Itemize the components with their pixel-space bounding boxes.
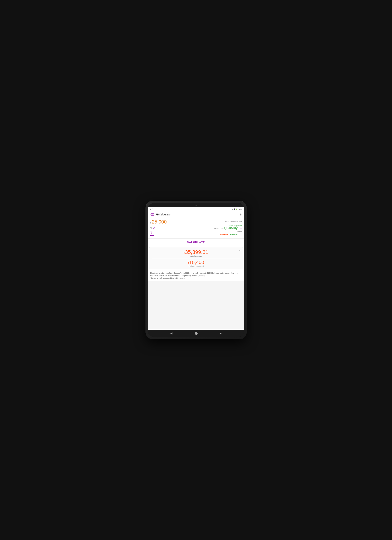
interest-value-row: $10,400	[152, 260, 241, 265]
app-logo: FD	[150, 212, 154, 217]
device-frame: ▪▪ ◯ ▾ ▐ 🔋 11:59 FD	[145, 201, 247, 339]
app-bar: FD FDCalculator ⚙	[148, 211, 244, 218]
interest-rate-label: Interest Rate	[214, 227, 224, 229]
rate-label-right: Compounding Interest Interest Rate Quart…	[214, 225, 242, 230]
sim-icon: ▪▪	[150, 209, 151, 210]
tenure-input-left: 7	[150, 231, 154, 236]
maturity-label: Maturity Amount	[152, 255, 241, 257]
notification-icon: ◯	[152, 209, 153, 210]
input-section: $ 25,000 Fixed Deposit Amount % 5 Compou…	[148, 218, 244, 239]
deposit-label-right: Fixed Deposit Amount	[225, 221, 242, 223]
maturity-value-row: $35,399.81	[152, 249, 241, 255]
svg-text:FD: FD	[151, 214, 154, 216]
percent-symbol: %	[150, 227, 152, 229]
rate-value[interactable]: 5	[152, 225, 155, 230]
interest-value: 10,400	[189, 260, 204, 265]
maturity-amount-section: $35,399.81 Maturity Amount	[152, 249, 241, 257]
deposit-currency-symbol: $	[150, 222, 151, 224]
calculate-button[interactable]: CALCULATE	[148, 239, 244, 246]
quarterly-value[interactable]: Quarterly	[224, 226, 238, 230]
volume-button	[146, 227, 146, 232]
device-screen: ▪▪ ◯ ▾ ▐ 🔋 11:59 FD	[148, 203, 244, 337]
screen-bottom	[148, 281, 244, 330]
camera	[196, 205, 197, 206]
time-display: 11:59	[238, 209, 242, 210]
interest-amount-section: $10,400 Total Interest Earned	[152, 260, 241, 267]
rate-input-left: % 5	[150, 225, 155, 230]
tenure-label-right: Tenure 84 Months Years ⇄	[220, 231, 242, 236]
months-badge: 84 Months	[220, 234, 228, 235]
maturity-currency: $	[184, 252, 185, 255]
settings-icon[interactable]: ⚙	[239, 213, 242, 216]
status-bar: ▪▪ ◯ ▾ ▐ 🔋 11:59	[148, 207, 244, 211]
wifi-icon: ▾	[232, 209, 233, 210]
battery-icon: 🔋	[236, 209, 238, 210]
home-button[interactable]: ⬤	[195, 332, 198, 335]
app-bar-left: FD FDCalculator	[150, 212, 171, 217]
rate-swap-icon[interactable]: ⇄	[240, 227, 242, 230]
tenure-row: 7 Tenure 84 Months Years ⇄	[150, 231, 242, 236]
deposit-row: $ 25,000 Fixed Deposit Amount	[150, 219, 242, 224]
tenure-right: Tenure 84 Months Years ⇄	[220, 231, 242, 236]
share-icon[interactable]: ▲	[239, 249, 241, 252]
tenure-value[interactable]: 7	[150, 231, 154, 236]
back-button[interactable]: ◀	[170, 332, 173, 335]
interest-label: Total Interest Earned	[152, 265, 241, 267]
app-title-regular: Calculator	[159, 213, 171, 216]
deposit-value[interactable]: 25,000	[152, 219, 167, 224]
status-left-icons: ▪▪ ◯	[150, 209, 154, 210]
deposit-input-left: $ 25,000	[150, 219, 167, 224]
description-text: Effective interest on your Fixed Deposit…	[150, 272, 238, 279]
tenure-swap-icon[interactable]: ⇄	[240, 233, 242, 236]
maturity-value: 35,399.81	[185, 249, 208, 255]
bottom-navigation: ◀ ⬤ ■	[148, 330, 244, 337]
device-top	[148, 203, 244, 207]
deposit-label: Fixed Deposit Amount	[225, 221, 242, 223]
app-title-bold: FD	[156, 213, 159, 216]
app-title: FDCalculator	[156, 213, 171, 216]
tenure-label: Tenure	[237, 231, 242, 232]
signal-icon: ▐	[234, 209, 235, 210]
description-section: Effective interest on your Fixed Deposit…	[148, 270, 244, 281]
rate-row: % 5 Compounding Interest Interest Rate Q…	[150, 225, 242, 230]
app-screen: ▪▪ ◯ ▾ ▐ 🔋 11:59 FD	[148, 207, 244, 330]
recent-button[interactable]: ■	[220, 332, 222, 335]
results-divider	[152, 258, 241, 258]
years-value[interactable]: Years	[230, 233, 238, 236]
power-button-bottom	[246, 229, 246, 236]
status-right-icons: ▾ ▐ 🔋 11:59	[232, 209, 242, 210]
power-button-top	[246, 223, 246, 227]
compound-interest-label: Compounding Interest	[214, 225, 242, 226]
results-section: ▲ $35,399.81 Maturity Amount $10,400 Tot…	[149, 247, 243, 269]
tenure-right-content: Tenure 84 Months Years ⇄	[220, 231, 242, 236]
